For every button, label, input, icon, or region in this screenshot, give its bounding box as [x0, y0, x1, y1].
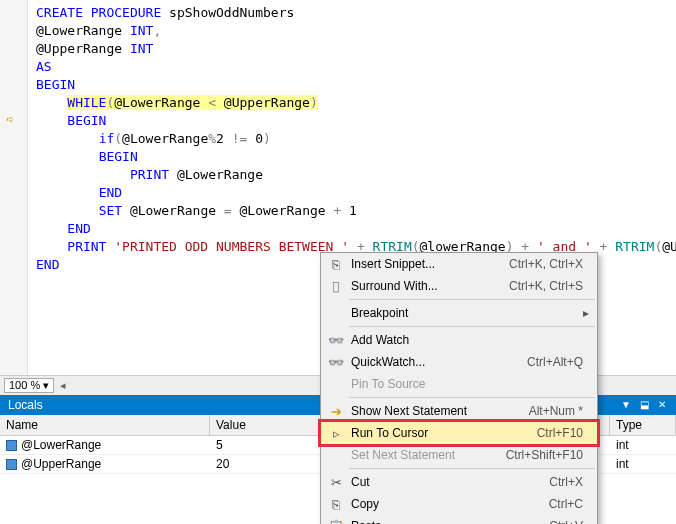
menu-label: Copy [347, 497, 549, 511]
menu-shortcut: Alt+Num * [529, 404, 589, 418]
close-icon[interactable]: ✕ [656, 399, 668, 411]
paste-icon: 📋 [325, 519, 347, 525]
op: = [224, 203, 232, 218]
identifier: spShowOddNumbers [161, 5, 294, 20]
menu-label: Cut [347, 475, 549, 489]
variable-icon [6, 459, 17, 470]
keyword: INT [130, 41, 153, 56]
func: RTRIM [615, 239, 654, 254]
menu-shortcut: Ctrl+K, Ctrl+S [509, 279, 589, 293]
keyword: BEGIN [36, 77, 75, 92]
var-name: @UpperRange [21, 457, 101, 471]
param: @UpperRange [216, 95, 310, 110]
menu-label: Add Watch [347, 333, 589, 347]
chevron-down-icon: ▾ [43, 379, 49, 391]
menu-label: Show Next Statement [347, 404, 529, 418]
menu-separator [349, 397, 595, 398]
keyword: SET [99, 203, 122, 218]
copy-icon: ⎘ [325, 497, 347, 512]
surround-icon: ⌷ [325, 279, 347, 294]
snippet-icon: ⎘ [325, 257, 347, 272]
param: @LowerRange [36, 23, 130, 38]
menu-paste[interactable]: 📋 Paste Ctrl+V [321, 515, 597, 524]
op: ) [310, 95, 318, 110]
menu-set-next-statement: Set Next Statement Ctrl+Shift+F10 [321, 444, 597, 466]
menu-label: Insert Snippet... [347, 257, 509, 271]
submenu-arrow-icon: ▸ [583, 306, 589, 320]
keyword: PRINT [67, 239, 106, 254]
menu-cut[interactable]: ✂ Cut Ctrl+X [321, 471, 597, 493]
op: != [232, 131, 248, 146]
keyword: WHILE [67, 95, 106, 110]
menu-shortcut: Ctrl+F10 [537, 426, 589, 440]
param: @LowerRange [122, 203, 224, 218]
zoom-dropdown[interactable]: 100 % ▾ [4, 378, 54, 393]
keyword: END [36, 257, 59, 272]
param: @UpperRange [662, 239, 676, 254]
op: + [600, 239, 608, 254]
keyword: AS [36, 59, 52, 74]
menu-label: Run To Cursor [347, 426, 537, 440]
var-type: int [610, 455, 676, 473]
menu-run-to-cursor[interactable]: ▹ Run To Cursor Ctrl+F10 [318, 419, 600, 447]
nav-left-icon[interactable]: ◂ [60, 379, 66, 392]
window-pin-icon[interactable]: ⬓ [638, 399, 650, 411]
context-menu: ⎘ Insert Snippet... Ctrl+K, Ctrl+X ⌷ Sur… [320, 252, 598, 524]
cursor-run-icon: ▹ [325, 426, 347, 441]
param: @LowerRange [232, 203, 334, 218]
zoom-value: 100 % [9, 379, 40, 391]
menu-surround-with[interactable]: ⌷ Surround With... Ctrl+K, Ctrl+S [321, 275, 597, 297]
variable-icon [6, 440, 17, 451]
code-content[interactable]: CREATE PROCEDURE spShowOddNumbers @Lower… [28, 0, 676, 278]
menu-insert-snippet[interactable]: ⎘ Insert Snippet... Ctrl+K, Ctrl+X [321, 253, 597, 275]
keyword: PRINT [130, 167, 169, 182]
menu-shortcut: Ctrl+X [549, 475, 589, 489]
keyword: PROCEDURE [91, 5, 161, 20]
col-type-header[interactable]: Type [610, 415, 676, 435]
menu-separator [349, 299, 595, 300]
param: @LowerRange [122, 131, 208, 146]
menu-pin-to-source: Pin To Source [321, 373, 597, 395]
keyword: BEGIN [67, 113, 106, 128]
keyword: BEGIN [99, 149, 138, 164]
arrow-right-icon: ➔ [325, 404, 347, 419]
keyword: END [67, 221, 90, 236]
keyword: if [99, 131, 115, 146]
window-dropdown-icon[interactable]: ▼ [620, 399, 632, 411]
var-name: @LowerRange [21, 438, 101, 452]
menu-label: Surround With... [347, 279, 509, 293]
menu-breakpoint[interactable]: Breakpoint ▸ [321, 302, 597, 324]
op: < [208, 95, 216, 110]
keyword: INT [130, 23, 153, 38]
menu-shortcut: Ctrl+Alt+Q [527, 355, 589, 369]
menu-separator [349, 468, 595, 469]
current-line-indicator-icon: ➪ [6, 111, 14, 127]
keyword: CREATE [36, 5, 83, 20]
param: @LowerRange [114, 95, 208, 110]
menu-shortcut: Ctrl+V [549, 519, 589, 524]
num: 1 [341, 203, 357, 218]
menu-shortcut: Ctrl+K, Ctrl+X [509, 257, 589, 271]
editor-gutter: ➪ [0, 0, 28, 375]
col-name-header[interactable]: Name [0, 415, 210, 435]
menu-shortcut: Ctrl+C [549, 497, 589, 511]
menu-shortcut: Ctrl+Shift+F10 [506, 448, 589, 462]
menu-label: QuickWatch... [347, 355, 527, 369]
param: @LowerRange [169, 167, 263, 182]
menu-separator [349, 326, 595, 327]
num: 2 [216, 131, 232, 146]
menu-label: Breakpoint [347, 306, 583, 320]
string: 'PRINTED ODD NUMBERS BETWEEN ' [114, 239, 349, 254]
var-type: int [610, 436, 676, 454]
glasses-icon: 👓 [325, 333, 347, 348]
menu-label: Pin To Source [347, 377, 589, 391]
locals-title: Locals [8, 398, 43, 412]
menu-copy[interactable]: ⎘ Copy Ctrl+C [321, 493, 597, 515]
num: 0 [247, 131, 263, 146]
menu-quickwatch[interactable]: 👓 QuickWatch... Ctrl+Alt+Q [321, 351, 597, 373]
menu-add-watch[interactable]: 👓 Add Watch [321, 329, 597, 351]
keyword: END [99, 185, 122, 200]
op: , [153, 23, 161, 38]
op: ( [114, 131, 122, 146]
op: ) [263, 131, 271, 146]
